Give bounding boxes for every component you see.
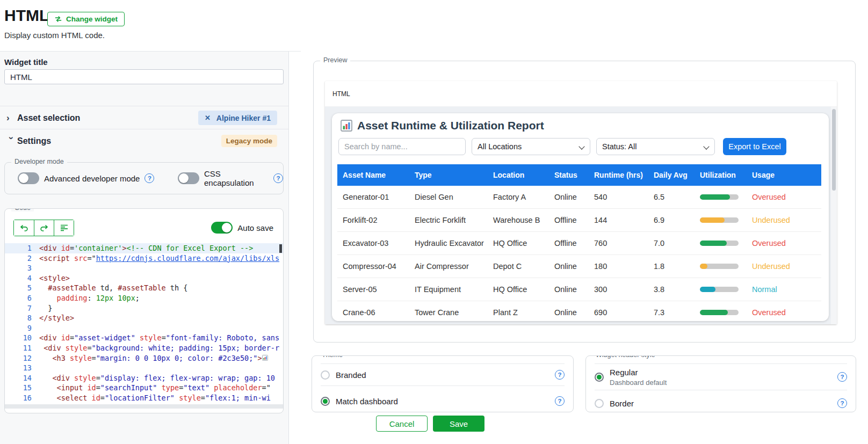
cell-utilization [695,310,747,315]
export-to-excel-button[interactable]: Export to Excel [723,138,786,155]
location-filter-select[interactable]: All Locations [472,138,590,155]
table-row: Excavator-03Hydraulic ExcavatorHQ Office… [337,232,821,255]
code-editor[interactable]: 1<div id='container'><!-- CDN for Excel … [5,243,283,403]
toggle-label: CSS encapsulation [204,169,269,187]
line-number: 2 [5,253,39,264]
swap-widget-icon [54,16,62,23]
code-line: 3 [5,263,283,273]
cell-name: Compressor-04 [337,262,409,271]
help-icon[interactable]: ? [555,370,565,380]
code-line-content: #assetTable td, #assetTable th { [39,283,283,293]
code-line: 5 #assetTable td, #assetTable th { [5,283,283,293]
help-icon[interactable]: ? [144,173,154,183]
undo-button[interactable] [14,220,34,236]
cell-usage: Overused [747,193,821,201]
column-header: Location [488,171,549,179]
utilization-bar [700,264,739,269]
utilization-bar-fill [700,194,730,200]
cell-usage: Underused [747,216,821,224]
preview-scrollbar-thumb[interactable] [832,109,836,191]
option-label: Branded [336,370,366,380]
utilization-bar-fill [700,217,725,223]
status-filter-select[interactable]: Status: All [596,138,715,155]
widget-title-label: Widget title [4,57,48,67]
cell-type: Hydraulic Excavator [409,239,488,248]
line-number: 4 [5,273,39,283]
utilization-bar [700,310,739,315]
code-line: 10<div id="asset-widget" style="font-fam… [5,333,283,343]
line-number: 1 [5,243,39,253]
help-icon[interactable]: ? [555,396,565,406]
column-header: Usage [747,171,821,179]
settings-section[interactable]: › Settings Legacy mode [0,129,288,152]
utilization-bar-fill [700,287,715,292]
autosave-label: Auto save [237,223,273,232]
save-button[interactable]: Save [433,416,484,432]
cell-location: Factory A [488,193,549,201]
preview-scrollbar[interactable] [831,107,837,324]
line-number: 10 [5,333,39,343]
line-number: 16 [5,393,39,403]
utilization-bar [700,217,739,223]
header-style-option-border[interactable]: Border? [595,390,847,412]
code-line-content [39,263,283,273]
cell-type: IT Equipment [409,285,488,294]
search-input[interactable] [338,138,466,155]
editor-vertical-scrollbar[interactable] [279,244,282,253]
close-icon[interactable]: ✕ [205,114,211,122]
cell-daily_avg: 1.8 [648,262,695,271]
autosave-toggle[interactable] [211,222,233,234]
cell-status: Offline [549,239,589,248]
report-table-rows: Generator-01Diesel GenFactory AOnline540… [337,186,821,321]
toggle-switch[interactable] [18,172,39,184]
radio-button[interactable] [321,397,330,406]
code-line-content: padding: 12px 10px; [39,293,283,303]
chevron-down-icon: › [7,136,16,146]
change-widget-button[interactable]: Change widget [47,12,125,26]
cell-type: Electric Forklift [409,216,488,224]
toggle-switch[interactable] [178,172,199,184]
cell-runtime: 540 [589,193,648,201]
code-line: 13 [5,363,283,373]
utilization-bar [700,241,739,246]
selected-asset-chip[interactable]: ✕ Alpine Hiker #1 [198,111,277,125]
cancel-button[interactable]: Cancel [376,416,428,432]
asset-selection-label: Asset selection [17,113,80,123]
report-table-header: Asset NameTypeLocationStatusRuntime (hrs… [337,164,821,186]
cell-utilization [695,241,747,246]
chevron-right-icon: › [6,113,16,122]
header-style-option-regular[interactable]: RegularDashboard default? [595,363,847,390]
help-icon[interactable]: ? [837,398,847,408]
table-row: Generator-01Diesel GenFactory AOnline540… [337,186,821,209]
report-controls: All Locations Status: All Export to Exce… [338,138,786,155]
cell-usage: Overused [747,308,821,317]
developer-toggle-item: Advanced developer mode? [18,172,154,184]
cell-usage: Underused [747,262,821,271]
cell-location: Depot C [488,262,549,271]
radio-button[interactable] [595,399,604,408]
radio-button[interactable] [595,373,604,382]
developer-mode-toggles: Advanced developer mode?CSS encapsulatio… [5,163,283,194]
asset-selection-section[interactable]: › Asset selection ✕ Alpine Hiker #1 [0,106,288,129]
cell-status: Online [549,308,589,317]
widget-header-style-group: Widget header style RegularDashboard def… [585,355,856,412]
widget-title-input[interactable] [4,69,284,84]
bar-chart-icon [341,120,352,132]
theme-options: Branded?Match dashboard? [321,363,565,412]
cell-type: Diesel Gen [409,193,488,201]
cell-name: Forklift-02 [337,216,409,224]
theme-option-match-dashboard[interactable]: Match dashboard? [321,385,565,412]
radio-button[interactable] [321,370,330,380]
editor-horizontal-scrollbar[interactable] [5,404,283,409]
page-subtitle: Display custom HTML code. [4,31,105,40]
cell-status: Offline [549,216,589,224]
theme-option-branded[interactable]: Branded? [321,363,565,385]
column-header: Type [409,171,488,179]
code-line-content: <div id='container'><!-- CDN for Excel E… [39,243,283,253]
redo-button[interactable] [34,220,54,236]
help-icon[interactable]: ? [273,173,283,183]
report-title-row: Asset Runtime & Utilization Report [341,119,544,132]
help-icon[interactable]: ? [837,372,847,382]
cell-name: Generator-01 [337,193,409,201]
format-code-button[interactable] [54,220,74,236]
